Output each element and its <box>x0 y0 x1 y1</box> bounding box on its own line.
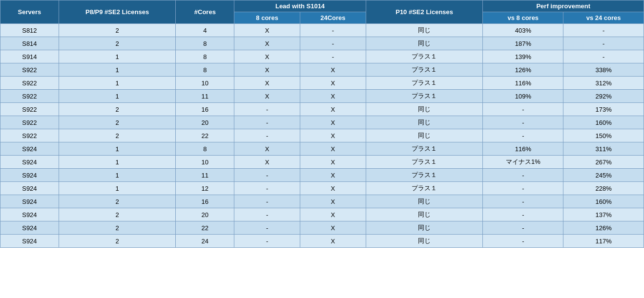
cell-p10: プラス１ <box>366 142 483 156</box>
cell-vs24: 312% <box>563 77 644 90</box>
cell-p10: 同じ <box>366 221 483 235</box>
cell-lead8: - <box>234 169 300 182</box>
cell-cores: 11 <box>176 90 234 103</box>
cell-server: S924 <box>0 156 59 169</box>
cell-server: S914 <box>0 50 59 63</box>
cell-p10: プラス１ <box>366 77 483 90</box>
cell-server: S924 <box>0 169 59 182</box>
cell-p10: 同じ <box>366 24 483 37</box>
table-row: S91418X-プラス１139%- <box>0 50 644 63</box>
cell-server: S922 <box>0 63 59 77</box>
table-row: S922111XXプラス１109%292% <box>0 90 644 103</box>
cell-licenses: 2 <box>59 221 176 235</box>
table-row: S924222-X同じ-126% <box>0 221 644 235</box>
cell-vs24: 292% <box>563 90 644 103</box>
cell-licenses: 2 <box>59 103 176 116</box>
cell-cores: 22 <box>176 221 234 235</box>
cell-lead8: - <box>234 235 300 248</box>
cell-lead8: - <box>234 195 300 208</box>
cell-lead24: X <box>300 103 366 116</box>
cell-p10: 同じ <box>366 208 483 221</box>
header-cores: #Cores <box>176 0 234 24</box>
cell-vs24: 228% <box>563 182 644 195</box>
cell-server: S922 <box>0 116 59 129</box>
cell-p10: 同じ <box>366 116 483 129</box>
cell-licenses: 2 <box>59 129 176 142</box>
cell-cores: 20 <box>176 116 234 129</box>
cell-server: S924 <box>0 195 59 208</box>
cell-server: S922 <box>0 129 59 142</box>
cell-vs24: 311% <box>563 142 644 156</box>
cell-vs24: 117% <box>563 235 644 248</box>
cell-lead8: X <box>234 50 300 63</box>
cell-vs24: 267% <box>563 156 644 169</box>
cell-lead24: X <box>300 90 366 103</box>
table-row: S922222-X同じ-150% <box>0 129 644 142</box>
cell-lead8: - <box>234 103 300 116</box>
cell-vs24: - <box>563 24 644 37</box>
table-row: S81224X-同じ403%- <box>0 24 644 37</box>
cell-p10: 同じ <box>366 195 483 208</box>
header-vs24cores: vs 24 cores <box>563 12 644 24</box>
cell-p10: 同じ <box>366 235 483 248</box>
header-p10-licenses: P10 #SE2 Licenses <box>366 0 483 24</box>
cell-lead24: X <box>300 77 366 90</box>
cell-p10: プラス１ <box>366 169 483 182</box>
cell-cores: 20 <box>176 208 234 221</box>
cell-vs8: - <box>483 208 563 221</box>
cell-vs24: 160% <box>563 195 644 208</box>
cell-lead8: X <box>234 77 300 90</box>
cell-vs8: 126% <box>483 63 563 77</box>
cell-cores: 8 <box>176 50 234 63</box>
header-perf-improvement: Perf improvement <box>483 0 644 12</box>
cell-cores: 11 <box>176 169 234 182</box>
cell-licenses: 1 <box>59 77 176 90</box>
cell-vs8: 139% <box>483 50 563 63</box>
table-row: S924112-Xプラス１-228% <box>0 182 644 195</box>
cell-vs8: - <box>483 182 563 195</box>
cell-vs24: 338% <box>563 63 644 77</box>
header-licenses: P8/P9 #SE2 Licenses <box>59 0 176 24</box>
cell-server: S924 <box>0 235 59 248</box>
cell-lead8: X <box>234 24 300 37</box>
cell-vs8: 403% <box>483 24 563 37</box>
cell-server: S814 <box>0 37 59 50</box>
header-vs8cores: vs 8 cores <box>483 12 563 24</box>
cell-vs8: 187% <box>483 37 563 50</box>
table-row: S81428X-同じ187%- <box>0 37 644 50</box>
cell-licenses: 1 <box>59 90 176 103</box>
cell-licenses: 1 <box>59 142 176 156</box>
cell-vs8: 116% <box>483 77 563 90</box>
cell-licenses: 2 <box>59 24 176 37</box>
cell-cores: 10 <box>176 156 234 169</box>
cell-vs8: 116% <box>483 142 563 156</box>
main-table: Servers P8/P9 #SE2 Licenses #Cores Lead … <box>0 0 644 248</box>
cell-lead8: X <box>234 90 300 103</box>
cell-vs8: - <box>483 129 563 142</box>
cell-p10: 同じ <box>366 103 483 116</box>
cell-lead24: - <box>300 50 366 63</box>
cell-server: S924 <box>0 182 59 195</box>
cell-lead8: - <box>234 221 300 235</box>
cell-p10: プラス１ <box>366 63 483 77</box>
cell-licenses: 1 <box>59 169 176 182</box>
cell-vs8: - <box>483 169 563 182</box>
cell-licenses: 2 <box>59 208 176 221</box>
cell-cores: 16 <box>176 103 234 116</box>
header-servers: Servers <box>0 0 59 24</box>
cell-vs8: - <box>483 221 563 235</box>
cell-licenses: 1 <box>59 182 176 195</box>
cell-vs24: 137% <box>563 208 644 221</box>
cell-p10: 同じ <box>366 129 483 142</box>
cell-lead24: X <box>300 195 366 208</box>
cell-cores: 16 <box>176 195 234 208</box>
header-lead-with-s1014: Lead with S1014 <box>234 0 366 12</box>
cell-vs8: - <box>483 235 563 248</box>
table-row: S92418XXプラス１116%311% <box>0 142 644 156</box>
cell-server: S922 <box>0 103 59 116</box>
cell-vs24: - <box>563 37 644 50</box>
cell-server: S922 <box>0 90 59 103</box>
cell-vs24: 126% <box>563 221 644 235</box>
cell-vs8: 109% <box>483 90 563 103</box>
cell-p10: プラス１ <box>366 156 483 169</box>
